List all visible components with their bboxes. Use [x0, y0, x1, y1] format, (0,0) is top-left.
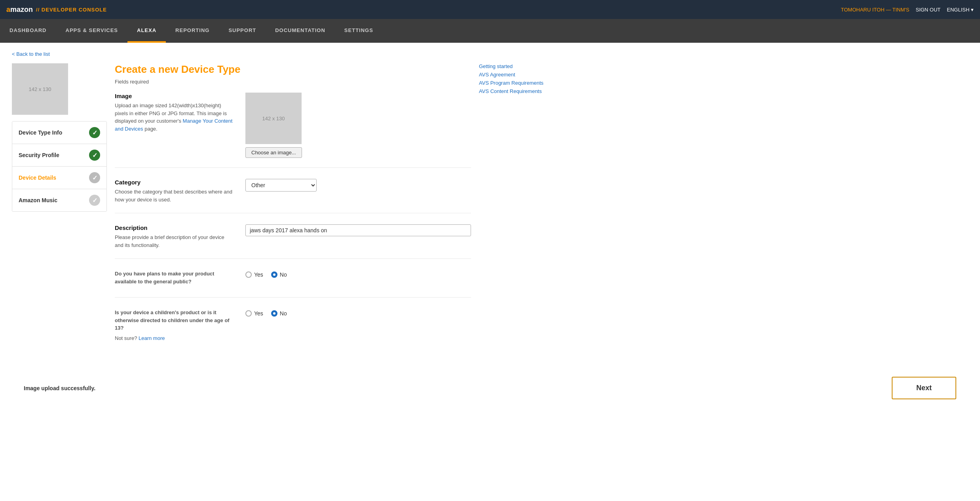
form-section-public: Do you have plans to make your product a…	[115, 270, 471, 298]
help-link-avs-agreement[interactable]: AVS Agreement	[479, 72, 558, 78]
children-control-col: Yes No	[245, 309, 471, 342]
nav-settings[interactable]: SETTINGS	[335, 19, 383, 43]
dev-console-label: // DEVELOPER CONSOLE	[36, 7, 107, 13]
children-question-sub: Not sure? Learn more	[115, 334, 234, 342]
form-section-children: Is your device a children's product or i…	[115, 309, 471, 351]
learn-more-link[interactable]: Learn more	[139, 335, 165, 341]
children-yes-text: Yes	[254, 310, 263, 317]
category-select[interactable]: Other Speaker Smart Home Wearable Mobile	[245, 179, 317, 192]
children-yes-label[interactable]: Yes	[245, 310, 263, 317]
top-bar-left: amazon // DEVELOPER CONSOLE	[6, 6, 107, 14]
image-title: Image	[115, 93, 234, 99]
step-device-details-icon: ✓	[89, 172, 100, 183]
page-layout: 142 x 130 Device Type Info ✓ Security Pr…	[12, 63, 968, 362]
step-device-type-info-label: Device Type Info	[19, 129, 62, 136]
nav-reporting[interactable]: REPORTING	[166, 19, 219, 43]
content-area: < Back to the list 142 x 130 Device Type…	[0, 43, 980, 414]
help-links: Getting started AVS Agreement AVS Progra…	[479, 63, 558, 362]
children-no-label[interactable]: No	[271, 310, 287, 317]
children-no-radio[interactable]	[271, 310, 277, 317]
category-control-col: Other Speaker Smart Home Wearable Mobile	[245, 179, 471, 203]
step-device-details-label: Device Details	[19, 175, 56, 181]
sidebar-image-placeholder: 142 x 130	[12, 63, 68, 115]
public-no-label[interactable]: No	[271, 271, 287, 278]
description-control-col	[245, 224, 471, 249]
image-description: Upload an image sized 142(width)x130(hei…	[115, 102, 234, 133]
choose-image-button[interactable]: Choose an image...	[245, 147, 302, 158]
public-radio-group: Yes No	[245, 271, 471, 278]
image-preview: 142 x 130	[245, 93, 302, 144]
help-link-avs-program[interactable]: AVS Program Requirements	[479, 80, 558, 86]
step-security-profile-label: Security Profile	[19, 152, 59, 158]
user-name: TOMOHARU ITOH — TINM'S	[841, 7, 910, 13]
sidebar-step-device-details[interactable]: Device Details ✓	[12, 167, 106, 189]
description-help: Please provide a brief description of yo…	[115, 233, 234, 249]
sign-out-button[interactable]: SIGN OUT	[915, 7, 940, 13]
category-title: Category	[115, 179, 234, 186]
nav-dashboard[interactable]: DASHBOARD	[0, 19, 56, 43]
step-device-type-info-icon: ✓	[89, 127, 100, 138]
children-no-text: No	[280, 310, 287, 317]
public-label-col: Do you have plans to make your product a…	[115, 270, 234, 288]
description-label-col: Description Please provide a brief descr…	[115, 224, 234, 249]
children-question-text: Is your device a children's product or i…	[115, 309, 234, 332]
nav-documentation[interactable]: DOCUMENTATION	[266, 19, 335, 43]
form-section-image: Image Upload an image sized 142(width)x1…	[115, 93, 471, 168]
sidebar-step-security-profile[interactable]: Security Profile ✓	[12, 144, 106, 167]
bottom-bar: Image upload successfully. Next	[12, 370, 968, 406]
next-button[interactable]: Next	[892, 377, 956, 399]
nav-apps-services[interactable]: APPS & SERVICES	[56, 19, 128, 43]
amazon-logo: amazon	[6, 6, 33, 14]
children-radio-group: Yes No	[245, 310, 471, 317]
category-description: Choose the category that best describes …	[115, 188, 234, 203]
nav-alexa[interactable]: ALEXA	[127, 19, 166, 43]
language-selector[interactable]: ENGLISH ▾	[947, 7, 974, 13]
fields-required: Fields required	[115, 79, 471, 85]
form-section-description: Description Please provide a brief descr…	[115, 224, 471, 259]
image-control-col: 142 x 130 Choose an image...	[245, 93, 471, 158]
description-title: Description	[115, 224, 234, 231]
help-link-avs-content[interactable]: AVS Content Requirements	[479, 88, 558, 94]
step-amazon-music-icon: ✓	[89, 195, 100, 206]
success-message: Image upload successfully.	[24, 385, 95, 391]
sidebar-steps: Device Type Info ✓ Security Profile ✓ De…	[12, 121, 107, 212]
page-title-row: Create a new Device Type	[115, 63, 471, 76]
nav-bar: DASHBOARD APPS & SERVICES ALEXA REPORTIN…	[0, 19, 980, 43]
page-title: Create a new Device Type	[115, 63, 240, 76]
step-security-profile-icon: ✓	[89, 150, 100, 161]
public-no-radio[interactable]	[271, 271, 277, 278]
step-amazon-music-label: Amazon Music	[19, 197, 57, 203]
public-control-col: Yes No	[245, 270, 471, 288]
public-no-text: No	[280, 271, 287, 278]
back-link[interactable]: < Back to the list	[12, 51, 50, 57]
public-question-text: Do you have plans to make your product a…	[115, 270, 234, 285]
top-bar-right: TOMOHARU ITOH — TINM'S SIGN OUT ENGLISH …	[841, 7, 974, 13]
form-section-category: Category Choose the category that best d…	[115, 179, 471, 213]
sidebar-step-device-type-info[interactable]: Device Type Info ✓	[12, 121, 106, 144]
sidebar-step-amazon-music[interactable]: Amazon Music ✓	[12, 189, 106, 211]
form-area: Create a new Device Type Fields required…	[115, 63, 471, 362]
nav-support[interactable]: SUPPORT	[219, 19, 266, 43]
sidebar: 142 x 130 Device Type Info ✓ Security Pr…	[12, 63, 107, 362]
public-yes-radio[interactable]	[245, 271, 252, 278]
description-input[interactable]	[245, 224, 471, 236]
public-yes-text: Yes	[254, 271, 263, 278]
image-label-col: Image Upload an image sized 142(width)x1…	[115, 93, 234, 158]
public-yes-label[interactable]: Yes	[245, 271, 263, 278]
children-label-col: Is your device a children's product or i…	[115, 309, 234, 342]
category-label-col: Category Choose the category that best d…	[115, 179, 234, 203]
top-bar: amazon // DEVELOPER CONSOLE TOMOHARU ITO…	[0, 0, 980, 19]
help-link-getting-started[interactable]: Getting started	[479, 63, 558, 69]
children-yes-radio[interactable]	[245, 310, 252, 317]
